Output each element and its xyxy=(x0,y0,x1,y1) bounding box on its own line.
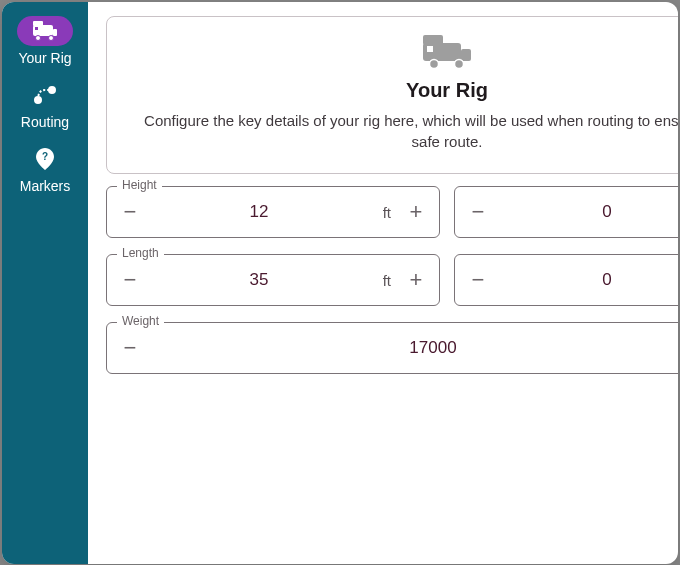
height-ft-input[interactable] xyxy=(153,202,365,222)
rv-icon xyxy=(421,33,473,73)
weight-field: Weight − lbs + xyxy=(106,322,678,374)
svg-text:?: ? xyxy=(42,151,48,162)
height-in-field: − in + xyxy=(454,186,678,238)
plus-icon[interactable]: + xyxy=(393,255,439,305)
length-in-field: − in + xyxy=(454,254,678,306)
svg-rect-11 xyxy=(423,35,443,45)
weight-input[interactable] xyxy=(153,338,678,358)
length-ft-field: Length − ft + xyxy=(106,254,440,306)
minus-icon[interactable]: − xyxy=(455,255,501,305)
length-ft-input[interactable] xyxy=(153,270,365,290)
svg-rect-14 xyxy=(427,46,433,52)
unit-label: ft xyxy=(365,204,393,221)
length-in-input[interactable] xyxy=(501,270,678,290)
minus-icon[interactable]: − xyxy=(107,187,153,237)
field-legend: Weight xyxy=(117,314,164,328)
svg-rect-5 xyxy=(35,27,38,30)
dialog-footer: Close xyxy=(106,511,678,554)
svg-point-12 xyxy=(430,59,439,68)
sidebar-item-label: Markers xyxy=(20,178,71,194)
settings-dialog: Your Rig Routing ? Markers xyxy=(2,2,678,564)
field-legend: Height xyxy=(117,178,162,192)
hero-card: Your Rig Configure the key details of yo… xyxy=(106,16,678,175)
marker-icon: ? xyxy=(17,144,73,174)
height-ft-field: Height − ft + xyxy=(106,186,440,238)
sidebar-item-routing[interactable]: Routing xyxy=(17,80,73,130)
svg-point-3 xyxy=(36,35,41,40)
route-icon xyxy=(17,80,73,110)
sidebar-item-your-rig[interactable]: Your Rig xyxy=(17,16,73,66)
minus-icon[interactable]: − xyxy=(107,255,153,305)
minus-icon[interactable]: − xyxy=(455,187,501,237)
svg-rect-10 xyxy=(461,49,471,61)
svg-rect-0 xyxy=(33,25,53,36)
svg-rect-1 xyxy=(53,29,57,36)
hero-title: Your Rig xyxy=(406,79,488,102)
plus-icon[interactable]: + xyxy=(393,187,439,237)
weight-row: Weight − lbs + xyxy=(106,322,678,374)
height-in-input[interactable] xyxy=(501,202,678,222)
length-row: Length − ft + − in + xyxy=(106,254,678,306)
unit-label: ft xyxy=(365,272,393,289)
sidebar: Your Rig Routing ? Markers xyxy=(2,2,88,564)
hero-description: Configure the key details of your rig he… xyxy=(137,110,678,154)
sidebar-item-markers[interactable]: ? Markers xyxy=(17,144,73,194)
svg-point-13 xyxy=(455,59,464,68)
minus-icon[interactable]: − xyxy=(107,323,153,373)
main-panel: Your Rig Configure the key details of yo… xyxy=(88,2,678,564)
sidebar-item-label: Routing xyxy=(21,114,69,130)
svg-point-4 xyxy=(49,35,54,40)
field-legend: Length xyxy=(117,246,164,260)
height-row: Height − ft + − in + xyxy=(106,186,678,238)
svg-rect-2 xyxy=(33,21,43,26)
rv-icon xyxy=(17,16,73,46)
sidebar-item-label: Your Rig xyxy=(18,50,71,66)
form-area: Height − ft + − in + Length − xyxy=(106,186,678,374)
